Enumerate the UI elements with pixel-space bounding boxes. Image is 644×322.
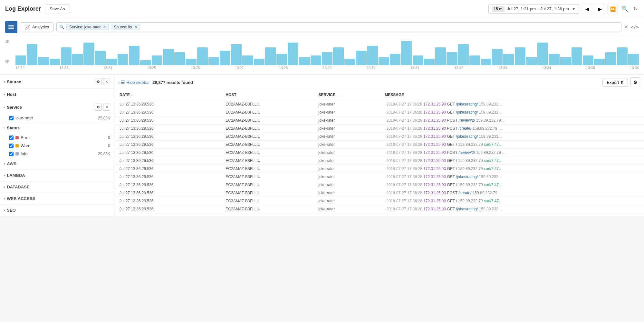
chart-bar: [492, 49, 503, 65]
cell-date: Jul 27 13:36:29.536: [116, 197, 222, 205]
cell-host: EC2AMAZ-B3FLLIU: [222, 189, 315, 197]
msg-timestamp: 2018-07-27 17:36:28: [386, 175, 423, 179]
table-row[interactable]: Jul 27 13:36:29.536EC2AMAZ-B3FLLIUjoke-r…: [114, 181, 644, 189]
service-filter-button[interactable]: ⚙: [95, 104, 102, 111]
time-play-button[interactable]: ▶: [595, 4, 605, 14]
table-row[interactable]: Jul 27 13:36:29.536EC2AMAZ-B3FLLIUjoke-r…: [114, 141, 644, 149]
sidebar-item-info-left: Info: [9, 151, 28, 156]
sidebar-section-database[interactable]: › DATABASE: [0, 181, 114, 193]
error-checkbox[interactable]: [9, 136, 14, 140]
tab-list-button[interactable]: [5, 21, 17, 33]
cell-date: Jul 27 13:36:29.536: [116, 165, 222, 173]
cell-date: Jul 27 13:36:29.536: [116, 205, 222, 213]
msg-method: GET: [447, 102, 456, 106]
sidebar-header-host[interactable]: › Host: [0, 89, 114, 100]
time-range-selector[interactable]: 15 m Jul 27, 1:21 pm – Jul 27, 1:36 pm ▼: [488, 5, 579, 14]
chart-bar: [617, 47, 628, 65]
service-close-button[interactable]: ✕: [103, 104, 110, 111]
joke-rater-checkbox[interactable]: [9, 116, 14, 120]
filter-service-close[interactable]: ✕: [103, 25, 106, 29]
source-close-button[interactable]: ✕: [103, 78, 110, 85]
row-chevron: ›: [385, 135, 386, 138]
chart-bar: [583, 55, 593, 65]
chart-bar: [242, 55, 253, 65]
filter-tag-source[interactable]: Source: iis ✕: [111, 24, 140, 30]
chart-bar: [15, 55, 26, 65]
toggle-sidebar-button[interactable]: ‹ ☰ Hide sidebar: [118, 80, 150, 85]
table-row[interactable]: Jul 27 13:36:29.536EC2AMAZ-B3FLLIUjoke-r…: [114, 205, 644, 213]
chevron-right-icon-aws: ›: [4, 162, 5, 166]
clear-filters-button[interactable]: ✕: [624, 24, 628, 30]
sidebar-section-web-access[interactable]: › WEB ACCESS: [0, 193, 114, 205]
chart-bar: [231, 44, 242, 65]
row-chevron: ›: [385, 111, 386, 114]
export-button[interactable]: Export ⬆: [602, 78, 628, 87]
cell-host: EC2AMAZ-B3FLLIU: [222, 133, 315, 141]
code-view-button[interactable]: </>: [631, 25, 639, 30]
svg-rect-0: [8, 25, 14, 26]
sidebar-item-joke-rater: joke-rater 29.88K: [0, 114, 114, 122]
table-row[interactable]: Jul 27 13:36:29.536EC2AMAZ-B3FLLIUjoke-r…: [114, 100, 644, 108]
msg-path: /: [456, 158, 458, 163]
sidebar-header-status[interactable]: › Status: [0, 122, 114, 134]
sidebar-section-lambda[interactable]: › LAMBDA: [0, 170, 114, 181]
row-chevron: ›: [385, 192, 386, 195]
msg-timestamp: 2018-07-27 17:36:28: [386, 183, 423, 187]
time-forward-button[interactable]: ⏩: [608, 4, 618, 14]
cell-service: joke-rater: [315, 173, 382, 181]
sidebar-item-warn-left: Warn: [9, 143, 31, 148]
table-row[interactable]: Jul 27 13:36:29.536EC2AMAZ-B3FLLIUjoke-r…: [114, 125, 644, 133]
info-checkbox[interactable]: [9, 152, 14, 156]
time-back-button[interactable]: ◀: [582, 4, 592, 14]
main-toolbar: 📈 Analytics 🔍 Service: joke-rater ✕ Sour…: [0, 18, 644, 36]
chart-x-labels: 13:2213:2313:2413:2513:2613:2713:2813:29…: [15, 65, 639, 70]
refresh-icon-button[interactable]: ↻: [632, 5, 639, 13]
source-label: Source: [7, 79, 21, 84]
row-chevron: ›: [385, 151, 386, 155]
msg-timestamp: 2018-07-27 17:36:28: [386, 134, 423, 139]
sidebar-section-aws[interactable]: › AWS: [0, 158, 114, 170]
chart-bar: [163, 49, 174, 65]
sidebar: › Source ⚙ ✕ › Host ›: [0, 75, 114, 216]
table-row[interactable]: Jul 27 13:36:29.536EC2AMAZ-B3FLLIUjoke-r…: [114, 149, 644, 157]
save-as-button[interactable]: Save As: [45, 5, 70, 13]
filter-source-close[interactable]: ✕: [134, 25, 137, 29]
filter-tag-service[interactable]: Service: joke-rater ✕: [66, 24, 109, 30]
sidebar-header-source[interactable]: › Source ⚙ ✕: [0, 75, 114, 88]
msg-ip: 172.31.25.90: [423, 142, 447, 147]
table-row[interactable]: Jul 27 13:36:29.536EC2AMAZ-B3FLLIUjoke-r…: [114, 157, 644, 165]
table-row[interactable]: Jul 27 13:36:29.536EC2AMAZ-B3FLLIUjoke-r…: [114, 197, 644, 205]
msg-method: GET: [447, 207, 456, 211]
cell-service: joke-rater: [315, 141, 382, 149]
table-row[interactable]: Jul 27 13:36:29.536EC2AMAZ-B3FLLIUjoke-r…: [114, 133, 644, 141]
msg-path: /create/: [458, 191, 472, 195]
cell-service: joke-rater: [315, 165, 382, 173]
table-row[interactable]: Jul 27 13:36:29.536EC2AMAZ-B3FLLIUjoke-r…: [114, 189, 644, 197]
sidebar-header-service[interactable]: › Service ⚙ ✕: [0, 100, 114, 114]
chevron-right-icon-lambda: ›: [4, 174, 5, 177]
msg-curl: curl/7.47…: [484, 199, 503, 203]
table-row[interactable]: Jul 27 13:36:29.536EC2AMAZ-B3FLLIUjoke-r…: [114, 108, 644, 116]
chart-bar: [594, 59, 605, 65]
chart-bar: [458, 44, 469, 65]
warn-checkbox[interactable]: [9, 144, 14, 148]
chart-bar: [265, 47, 276, 65]
table-row[interactable]: Jul 27 13:36:29.536EC2AMAZ-B3FLLIUjoke-r…: [114, 165, 644, 173]
analytics-chart-icon: 📈: [25, 25, 30, 30]
table-row[interactable]: Jul 27 13:36:29.536EC2AMAZ-B3FLLIUjoke-r…: [114, 116, 644, 125]
sidebar-section-seo[interactable]: › SEO: [0, 205, 114, 216]
table-row[interactable]: Jul 27 13:36:29.536EC2AMAZ-B3FLLIUjoke-r…: [114, 173, 644, 181]
x-label: 13:33: [498, 66, 507, 70]
settings-button[interactable]: ⚙: [630, 77, 640, 87]
msg-ip2: 159.89.232.79: [458, 199, 483, 203]
cell-message: ›2018-07-27 17:36:28 172.31.25.90 GET / …: [381, 181, 644, 189]
chart-y-labels: 1K 0K: [5, 39, 9, 63]
log-toolbar: ‹ ☰ Hide sidebar 29,877 results found Ex…: [114, 75, 644, 90]
sidebar-section-source: › Source ⚙ ✕: [0, 75, 114, 89]
search-icon-button[interactable]: 🔍: [620, 5, 630, 13]
cell-date: Jul 27 13:36:29.536: [116, 141, 222, 149]
source-filter-button[interactable]: ⚙: [95, 78, 102, 85]
tab-analytics-button[interactable]: 📈 Analytics: [20, 22, 54, 32]
sidebar-section-service: › Service ⚙ ✕ joke-rater 29.88K: [0, 100, 114, 122]
msg-ip2: 159.89.232.79: [458, 183, 483, 187]
